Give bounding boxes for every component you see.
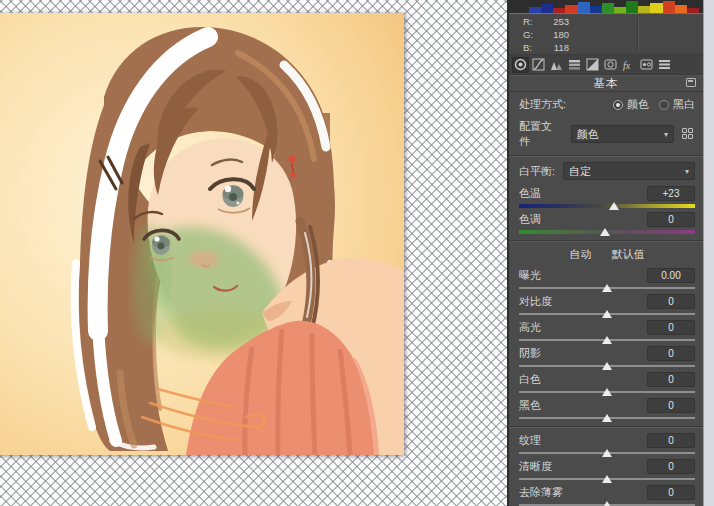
radio-on-icon	[613, 100, 623, 110]
slider-label: 曝光	[519, 268, 541, 283]
slider-row: 高光 0	[519, 320, 695, 344]
temperature-thumb[interactable]	[609, 202, 619, 210]
temperature-slider-row: 色温 +23	[519, 186, 695, 210]
slider-value[interactable]: 0	[647, 320, 695, 335]
slider-row: 纹理 0	[519, 433, 695, 457]
window-edge-scrollbar[interactable]	[703, 0, 714, 506]
slider-value[interactable]: 0.00	[647, 268, 695, 283]
illustration-girl	[0, 13, 404, 455]
tab-calibration[interactable]	[638, 57, 655, 73]
profile-label: 配置文件	[519, 119, 563, 149]
tab-split-toning[interactable]	[584, 57, 601, 73]
process-label: 处理方式:	[519, 97, 566, 112]
radio-off-icon	[659, 100, 669, 110]
slider-thumb[interactable]	[602, 475, 612, 483]
sliders-section: 曝光 0.00 对比度 0 高光 0 阴影 0	[519, 268, 695, 506]
default-link[interactable]: 默认值	[612, 247, 645, 262]
profile-select[interactable]: 颜色 ▾	[571, 125, 674, 143]
presets-icon	[658, 58, 671, 71]
section-divider	[509, 426, 703, 428]
histogram-strip[interactable]	[509, 0, 703, 14]
slider-row: 阴影 0	[519, 346, 695, 370]
section-divider	[509, 240, 703, 242]
slider-value[interactable]: 0	[647, 346, 695, 361]
slider-value[interactable]: 0	[647, 485, 695, 500]
canvas-pasteboard	[0, 0, 507, 506]
temperature-track[interactable]	[519, 204, 695, 208]
slider-row: 曝光 0.00	[519, 268, 695, 292]
r-label: R:	[523, 16, 539, 27]
process-bw-radio[interactable]: 黑白	[659, 97, 695, 112]
slider-row: 白色 0	[519, 372, 695, 396]
slider-label: 高光	[519, 320, 541, 335]
slider-value[interactable]: 0	[647, 372, 695, 387]
slider-thumb[interactable]	[602, 336, 612, 344]
histogram-bar	[650, 3, 662, 13]
slider-thumb[interactable]	[602, 449, 612, 457]
slider-value[interactable]: 0	[647, 433, 695, 448]
histogram-bar	[590, 6, 602, 13]
slider-thumb[interactable]	[602, 388, 612, 396]
white-balance-value: 自定	[569, 164, 591, 179]
white-balance-row: 白平衡: 自定 ▾	[519, 162, 695, 180]
process-color-radio[interactable]: 颜色	[613, 97, 649, 112]
histogram-bar	[602, 3, 614, 13]
auto-link[interactable]: 自动	[570, 247, 592, 262]
b-label: B:	[523, 42, 539, 53]
slider-thumb[interactable]	[602, 284, 612, 292]
tint-slider-row: 色调 0	[519, 212, 695, 236]
slider-label: 黑色	[519, 398, 541, 413]
slider-thumb[interactable]	[602, 501, 612, 506]
b-value: 118	[539, 42, 569, 53]
slider-row: 黑色 0	[519, 398, 695, 422]
section-divider	[509, 155, 703, 157]
g-label: G:	[523, 29, 539, 40]
tab-detail[interactable]	[548, 57, 565, 73]
blush	[189, 251, 219, 267]
adjustments-panel: R: 253 G: 180 B: 118	[507, 0, 703, 506]
tab-lens-corrections[interactable]	[602, 57, 619, 73]
preview-image[interactable]	[0, 13, 404, 455]
white-balance-select[interactable]: 自定 ▾	[563, 162, 695, 180]
process-bw-label: 黑白	[673, 97, 695, 112]
auto-default-row: 自动 默认值	[519, 247, 695, 262]
basic-panel-content: 处理方式: 颜色 黑白 配置文件 颜色 ▾	[509, 92, 703, 506]
slider-value[interactable]: 0	[647, 398, 695, 413]
tab-effects[interactable]: fx	[620, 57, 637, 73]
temperature-value[interactable]: +23	[647, 186, 695, 201]
tint-thumb[interactable]	[600, 228, 610, 236]
camera-raw-window: R: 253 G: 180 B: 118	[0, 0, 714, 506]
histogram-bar	[663, 1, 675, 13]
tab-basic[interactable]	[512, 57, 529, 73]
panel-options-icon[interactable]	[686, 78, 696, 87]
slider-value[interactable]: 0	[647, 294, 695, 309]
tab-hsl[interactable]	[566, 57, 583, 73]
tint-value[interactable]: 0	[647, 212, 695, 227]
histogram-bar	[614, 7, 626, 13]
slider-label: 清晰度	[519, 459, 552, 474]
slider-label: 去除薄雾	[519, 485, 563, 500]
process-color-label: 颜色	[627, 97, 649, 112]
slider-row: 对比度 0	[519, 294, 695, 318]
rgb-divider	[637, 18, 639, 51]
profile-value: 颜色	[577, 127, 599, 142]
white-balance-label: 白平衡:	[519, 164, 555, 179]
basic-icon	[514, 58, 527, 71]
slider-thumb[interactable]	[602, 414, 612, 422]
slider-label: 纹理	[519, 433, 541, 448]
panel-title: 基本	[594, 76, 619, 91]
histogram-bar	[675, 5, 687, 13]
browse-profiles-icon[interactable]	[682, 128, 695, 141]
tab-presets[interactable]	[656, 57, 673, 73]
slider-thumb[interactable]	[602, 310, 612, 318]
tab-tone-curve[interactable]	[530, 57, 547, 73]
slider-thumb[interactable]	[602, 362, 612, 370]
tint-label: 色调	[519, 212, 541, 227]
slider-label: 对比度	[519, 294, 552, 309]
split-toning-icon	[586, 58, 599, 71]
histogram-bar	[529, 7, 541, 13]
lens-corrections-icon	[604, 58, 617, 71]
slider-value[interactable]: 0	[647, 459, 695, 474]
hsl-icon	[568, 58, 581, 71]
calibration-icon	[640, 58, 653, 71]
